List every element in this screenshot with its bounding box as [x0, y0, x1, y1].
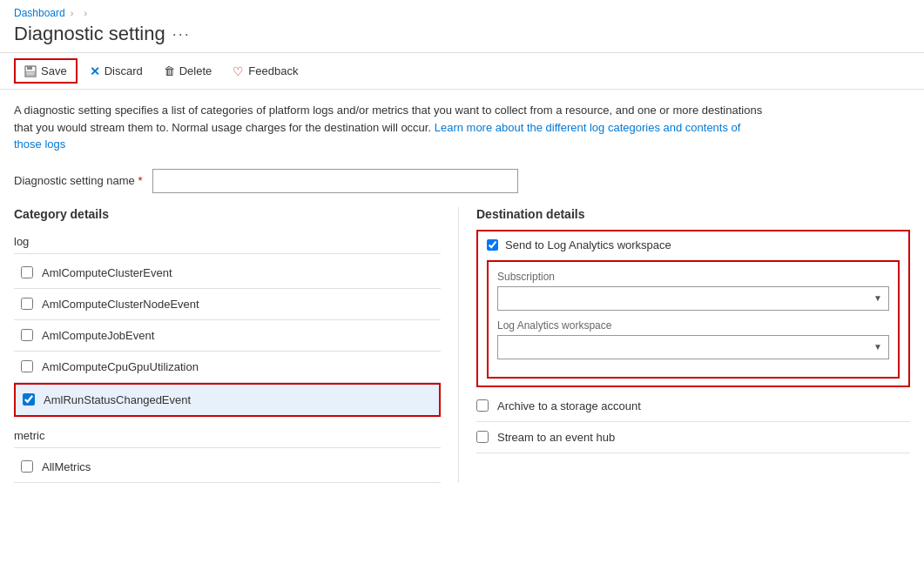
archive-label: Archive to a storage account — [497, 399, 641, 412]
main-content: Category details log AmlComputeClusterEv… — [0, 207, 924, 483]
category-details-title: Category details — [14, 207, 441, 221]
category-label-3: AmlComputeCpuGpuUtilization — [42, 360, 199, 373]
metric-checkbox-0[interactable] — [21, 460, 33, 473]
breadcrumb-sep2: › — [84, 8, 87, 18]
category-checkbox-2[interactable] — [21, 329, 33, 341]
category-checkbox-0[interactable] — [21, 266, 33, 278]
svg-rect-2 — [26, 71, 35, 76]
feedback-label: Feedback — [248, 64, 298, 77]
svg-rect-1 — [27, 66, 32, 70]
la-workspace-field-group: Log Analytics workspace ▼ — [497, 319, 889, 359]
setting-name-row: Diagnostic setting name * — [0, 165, 924, 207]
category-row-3[interactable]: AmlComputeCpuGpuUtilization — [14, 352, 441, 383]
toolbar: Save ✕ Discard 🗑 Delete ♡ Feedback — [0, 52, 924, 90]
setting-name-input[interactable] — [152, 169, 518, 193]
la-workspace-select-wrapper: ▼ — [497, 335, 889, 359]
subscription-select-wrapper: ▼ — [497, 286, 889, 311]
metric-section: metric AllMetrics — [14, 424, 441, 483]
la-workspace-label: Log Analytics workspace — [497, 319, 889, 332]
delete-label: Delete — [179, 64, 212, 77]
log-subsection-label: log — [14, 230, 441, 254]
category-row-0[interactable]: AmlComputeClusterEvent — [14, 258, 441, 289]
feedback-button[interactable]: ♡ Feedback — [224, 60, 307, 83]
stream-label: Stream to an event hub — [497, 431, 615, 444]
category-label-2: AmlComputeJobEvent — [42, 329, 154, 342]
breadcrumb-dashboard[interactable]: Dashboard — [14, 7, 65, 19]
delete-icon: 🗑 — [164, 64, 175, 77]
subscription-workspace-box: Subscription ▼ Log Analytics workspace — [487, 260, 900, 379]
subscription-field-group: Subscription ▼ — [497, 271, 889, 311]
description-area: A diagnostic setting specifies a list of… — [0, 90, 784, 165]
stream-option-row[interactable]: Stream to an event hub — [476, 422, 910, 453]
destination-details-panel: Destination details Send to Log Analytic… — [458, 207, 910, 483]
required-marker: * — [138, 174, 142, 187]
archive-option-row[interactable]: Archive to a storage account — [476, 391, 910, 422]
breadcrumb: Dashboard › › — [0, 0, 924, 23]
page-title: Diagnostic setting — [14, 23, 165, 45]
save-button[interactable]: Save — [14, 58, 78, 84]
subscription-select[interactable] — [497, 286, 889, 311]
destination-details-title: Destination details — [476, 207, 910, 221]
send-to-la-outer: Send to Log Analytics workspace Subscrip… — [476, 230, 910, 387]
category-row-1[interactable]: AmlComputeClusterNodeEvent — [14, 289, 441, 320]
subscription-label: Subscription — [497, 271, 889, 283]
category-label-1: AmlComputeClusterNodeEvent — [42, 298, 199, 311]
feedback-icon: ♡ — [233, 64, 244, 78]
breadcrumb-sep1: › — [71, 8, 74, 18]
send-to-la-checkbox[interactable] — [487, 239, 498, 251]
page-title-ellipsis[interactable]: ··· — [172, 25, 191, 44]
category-checkbox-3[interactable] — [21, 360, 33, 372]
category-label-4: AmlRunStatusChangedEvent — [44, 393, 191, 406]
save-label: Save — [41, 64, 67, 77]
send-to-la-label: Send to Log Analytics workspace — [505, 238, 671, 251]
category-label-0: AmlComputeClusterEvent — [42, 266, 172, 279]
metric-label-0: AllMetrics — [42, 460, 91, 473]
save-icon — [24, 65, 37, 77]
delete-button[interactable]: 🗑 Delete — [155, 60, 221, 82]
la-workspace-select[interactable] — [497, 335, 889, 359]
category-row-4[interactable]: AmlRunStatusChangedEvent — [14, 383, 441, 417]
category-details-panel: Category details log AmlComputeClusterEv… — [14, 207, 458, 483]
metric-subsection-label: metric — [14, 424, 441, 448]
discard-label: Discard — [105, 64, 143, 77]
category-checkbox-1[interactable] — [21, 298, 33, 310]
send-to-la-row[interactable]: Send to Log Analytics workspace — [487, 238, 900, 251]
discard-icon: ✕ — [90, 64, 100, 78]
setting-name-label: Diagnostic setting name * — [14, 174, 142, 187]
category-checkbox-4[interactable] — [23, 393, 35, 406]
page-title-area: Diagnostic setting ··· — [0, 23, 924, 52]
discard-button[interactable]: ✕ Discard — [81, 60, 152, 83]
metric-row-0[interactable]: AllMetrics — [14, 452, 441, 483]
stream-checkbox[interactable] — [476, 431, 489, 443]
category-row-2[interactable]: AmlComputeJobEvent — [14, 320, 441, 352]
archive-checkbox[interactable] — [476, 399, 489, 412]
